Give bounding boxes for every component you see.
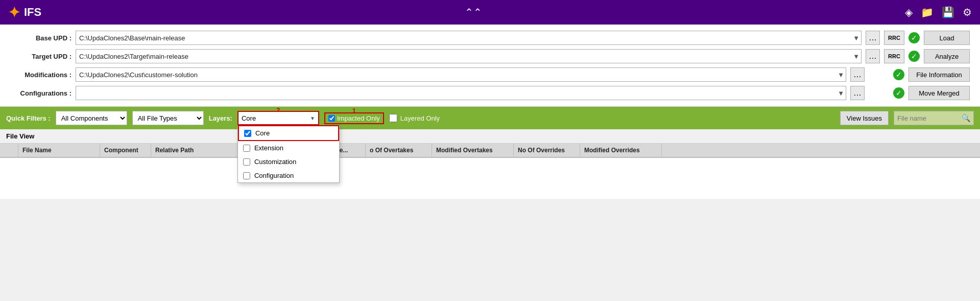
extension-label: Extension — [254, 144, 283, 152]
customization-checkbox[interactable] — [243, 158, 250, 166]
base-upd-row: Base UPD : ▼ … RRC ✓ Load — [10, 31, 970, 45]
configurations-input[interactable] — [76, 86, 846, 100]
layered-only-wrap: Layered Only — [389, 114, 440, 122]
logo-text: IFS — [24, 6, 41, 19]
layers-label: Layers: — [209, 114, 232, 122]
target-upd-label: Target UPD : — [10, 53, 71, 60]
file-types-filter[interactable]: All File Types — [132, 111, 204, 125]
table-body — [0, 158, 980, 199]
load-button[interactable]: Load — [924, 31, 970, 45]
modifications-label: Modifications : — [10, 71, 71, 79]
target-upd-row: Target UPD : ▼ … RRC ✓ Analyze — [10, 49, 970, 63]
form-area: Base UPD : ▼ … RRC ✓ Load Target UPD : ▼… — [0, 25, 980, 107]
layers-dropdown-menu: Core Extension Customization Configurati… — [237, 125, 340, 183]
target-upd-browse-button[interactable]: … — [866, 49, 880, 63]
dropdown-item-core[interactable]: Core — [238, 125, 339, 141]
col-header-filename: File Name — [18, 144, 100, 157]
dropdown-item-extension[interactable]: Extension — [238, 141, 339, 155]
modifications-status-icon: ✓ — [893, 69, 904, 80]
folder-icon[interactable]: 📁 — [921, 6, 934, 18]
base-upd-input[interactable] — [76, 31, 862, 45]
configurations-browse-button[interactable]: … — [850, 86, 865, 100]
configurations-status-icon: ✓ — [893, 87, 904, 99]
base-upd-browse-button[interactable]: … — [866, 31, 880, 45]
target-upd-input-wrap: ▼ — [76, 49, 862, 63]
target-upd-input[interactable] — [76, 49, 862, 63]
impacted-badge-1: 1 — [352, 107, 356, 114]
col-header-mod-overtakes: Modified Overtakes — [432, 144, 514, 157]
dropdown-item-customization[interactable]: Customization — [238, 155, 339, 169]
file-view-section: File View File Name Component Relative P… — [0, 129, 980, 199]
col-header-overrides: No Of Overrides — [514, 144, 580, 157]
table-header: File Name Component Relative Path Layere… — [0, 144, 980, 158]
save-icon[interactable]: 💾 — [942, 6, 954, 18]
modifications-input-wrap: ▼ — [76, 67, 846, 82]
col-header-num — [0, 144, 18, 157]
target-upd-rrc-button[interactable]: RRC — [884, 49, 904, 63]
impacted-only-label: Impacted Only — [337, 114, 380, 122]
layered-only-label: Layered Only — [400, 114, 440, 122]
move-merged-button[interactable]: Move Merged — [909, 86, 970, 100]
navbar-icons: ◈ 📁 💾 ⚙ — [905, 6, 972, 18]
base-upd-status-icon: ✓ — [909, 32, 920, 43]
customization-label: Customization — [254, 158, 296, 166]
impacted-only-checkbox[interactable] — [328, 115, 335, 122]
col-header-mod-overrides: Modified Overrides — [580, 144, 662, 157]
col-header-component: Component — [100, 144, 151, 157]
target-upd-status-icon: ✓ — [909, 51, 920, 62]
extension-checkbox[interactable] — [243, 145, 250, 152]
modifications-row: Modifications : ▼ … ✓ File Information — [10, 67, 970, 82]
base-upd-rrc-button[interactable]: RRC — [884, 31, 904, 45]
layers-dropdown-wrap: 2 Core Core Extension Customization Conf… — [237, 111, 319, 125]
file-name-search-input[interactable] — [897, 114, 959, 122]
navbar-center-chevron[interactable]: ⌃⌃ — [465, 6, 482, 18]
bookmark-icon[interactable]: ◈ — [905, 6, 913, 18]
quick-filters-label: Quick Filters : — [6, 114, 51, 122]
configurations-row: Configurations : ▼ … ✓ Move Merged — [10, 86, 970, 100]
navbar: ✦ IFS ⌃⌃ ◈ 📁 💾 ⚙ — [0, 0, 980, 25]
file-view-header: File View — [0, 129, 980, 144]
filter-bar: Quick Filters : All Components All File … — [0, 107, 980, 129]
gear-icon[interactable]: ⚙ — [963, 6, 972, 18]
logo: ✦ IFS — [8, 4, 41, 21]
logo-star: ✦ — [8, 4, 20, 21]
base-upd-input-wrap: ▼ — [76, 31, 862, 45]
dropdown-item-configuration[interactable]: Configuration — [238, 169, 339, 182]
base-upd-label: Base UPD : — [10, 34, 71, 42]
components-filter[interactable]: All Components — [56, 111, 127, 125]
col-header-overtakes: o Of Overtakes — [366, 144, 432, 157]
configuration-label: Configuration — [254, 172, 294, 179]
view-issues-button[interactable]: View Issues — [840, 111, 889, 125]
analyze-button[interactable]: Analyze — [924, 49, 970, 63]
configuration-checkbox[interactable] — [243, 172, 250, 179]
configurations-label: Configurations : — [10, 89, 71, 97]
layered-only-checkbox[interactable] — [389, 114, 397, 122]
core-label: Core — [255, 129, 270, 137]
configurations-input-wrap: ▼ — [76, 86, 846, 100]
core-checkbox[interactable] — [244, 130, 251, 137]
file-information-button[interactable]: File Information — [909, 67, 970, 82]
search-wrap: 🔍 — [894, 111, 974, 125]
layers-dropdown-button[interactable]: Core — [237, 111, 319, 125]
modifications-browse-button[interactable]: … — [850, 67, 865, 82]
search-icon[interactable]: 🔍 — [962, 114, 970, 122]
modifications-input[interactable] — [76, 67, 846, 82]
